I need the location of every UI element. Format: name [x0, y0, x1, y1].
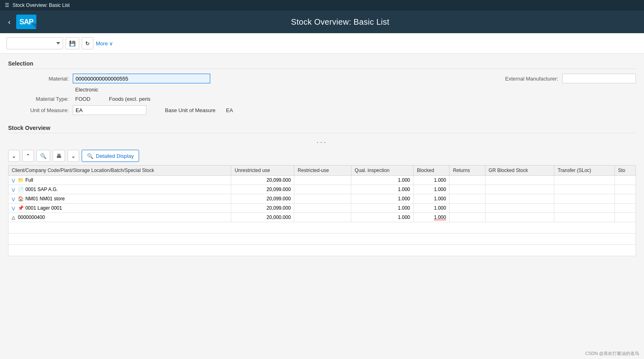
more-label: More [96, 40, 108, 47]
gr-blocked-cell [485, 213, 554, 222]
table-row-empty [8, 234, 636, 245]
blocked-cell: 1.000 [414, 176, 450, 185]
material-row: Material: External Manufacturer: [8, 74, 636, 83]
location-cell[interactable]: ⋁ 📄 0001 SAP A.G. [8, 185, 231, 194]
material-label: Material: [8, 76, 73, 82]
refresh-button[interactable]: ↻ [82, 37, 93, 49]
plant-icon: 🏠 [18, 196, 24, 202]
transfer-cell [554, 204, 614, 213]
refresh-icon: ↻ [85, 40, 90, 47]
col-header-returns: Returns [450, 166, 485, 176]
blocked-cell: 1.000 [414, 194, 450, 204]
restricted-cell [294, 176, 351, 185]
storage-cell [614, 204, 636, 213]
material-type-row: Material Type: FOOD Foods (excl. peris [8, 96, 636, 102]
gr-blocked-cell [485, 185, 554, 194]
batch-icon: △ [12, 215, 15, 220]
table-row: ⋁ 📁 Full 20,099.000 1.000 1.000 [8, 176, 636, 185]
col-header-blocked: Blocked [414, 166, 450, 176]
restricted-cell [294, 213, 351, 222]
title-bar-text: Stock Overview: Basic List [13, 2, 70, 8]
qual-cell: 1.000 [351, 185, 414, 194]
back-button[interactable]: ‹ [8, 18, 11, 26]
material-type-label: Material Type: [8, 96, 73, 102]
blocked-cell: 1.000 [414, 185, 450, 194]
external-manufacturer-label: External Manufacturer: [505, 76, 562, 82]
expand-all-button[interactable]: ⌃ [22, 150, 34, 162]
material-type-desc: Foods (excl. peris [107, 96, 151, 102]
print-dropdown-button[interactable]: ⌄ [68, 150, 79, 162]
row-label: Full [25, 177, 33, 183]
uom-row: Unit of Measure: Base Unit of Measure EA [8, 105, 636, 115]
stock-overview-section: Stock Overview ··· ⌄ ⌃ 🔍 🖶 ⌄ 🔍 Detailed … [8, 125, 636, 256]
more-button[interactable]: More ∨ [96, 40, 113, 47]
location-cell[interactable]: ⋁ 🏠 NM01 NM01 store [8, 194, 231, 204]
toolbar: 💾 ↻ More ∨ [0, 33, 644, 54]
location-cell[interactable]: △ 0000000400 [8, 213, 231, 222]
blocked-cell: 1.000 [414, 204, 450, 213]
transfer-cell [554, 194, 614, 204]
table-toolbar: ⌄ ⌃ 🔍 🖶 ⌄ 🔍 Detailed Display [8, 150, 636, 162]
material-sub-value: Electronic [73, 87, 98, 93]
storage-cell [614, 185, 636, 194]
dots-row: ··· [8, 138, 636, 147]
qual-cell: 1.000 [351, 204, 414, 213]
row-label: NM01 NM01 store [25, 196, 65, 202]
collapse-all-button[interactable]: ⌄ [8, 150, 20, 162]
hamburger-icon[interactable]: ☰ [5, 2, 9, 8]
blocked-cell: 1.000 [414, 213, 450, 222]
uom-input[interactable] [73, 105, 146, 115]
toolbar-select[interactable] [6, 37, 63, 49]
title-bar: ☰ Stock Overview: Basic List [0, 0, 644, 11]
transfer-cell [554, 176, 614, 185]
material-type-code: FOOD [73, 96, 91, 102]
col-header-location: Client/Company Code/Plant/Storage Locati… [8, 166, 231, 176]
unrestricted-cell: 20,099.000 [231, 204, 294, 213]
storage-cell [614, 194, 636, 204]
search-button[interactable]: 🔍 [36, 150, 50, 162]
returns-cell [450, 213, 485, 222]
qual-cell: 1.000 [351, 176, 414, 185]
table-row: △ 0000000400 20,000.000 1.000 1.000 [8, 213, 636, 222]
blocked-value-underlined: 1.000 [434, 215, 446, 220]
qual-cell: 1.000 [351, 194, 414, 204]
search-icon: 🔍 [40, 153, 46, 159]
col-header-unrestricted: Unrestricted use [231, 166, 294, 176]
save-button[interactable]: 💾 [65, 37, 79, 49]
returns-cell [450, 204, 485, 213]
sap-logo-triangle [32, 23, 36, 29]
unrestricted-cell: 20,099.000 [231, 194, 294, 204]
unrestricted-cell: 20,000.000 [231, 213, 294, 222]
expand-icon[interactable]: ⋁ [12, 187, 15, 192]
stock-overview-title: Stock Overview [8, 125, 636, 133]
row-label: 0001 Lager 0001 [25, 205, 62, 211]
gr-blocked-cell [485, 204, 554, 213]
location-cell[interactable]: ⋁ 📌 0001 Lager 0001 [8, 204, 231, 213]
table-row: ⋁ 📌 0001 Lager 0001 20,099.000 1.000 1.0… [8, 204, 636, 213]
returns-cell [450, 194, 485, 204]
material-input[interactable] [73, 74, 210, 83]
location-cell[interactable]: ⋁ 📁 Full [8, 176, 231, 185]
table-header-row: Client/Company Code/Plant/Storage Locati… [8, 166, 636, 176]
row-label: 0000000400 [18, 215, 45, 220]
collapse-all-icon: ⌄ [12, 153, 16, 159]
expand-icon[interactable]: ⋁ [12, 178, 15, 183]
print-button[interactable]: 🖶 [53, 150, 65, 162]
more-chevron-icon: ∨ [109, 40, 113, 47]
folder-icon: 📁 [18, 177, 24, 183]
qual-cell: 1.000 [351, 213, 414, 222]
expand-icon[interactable]: ⋁ [12, 197, 15, 201]
storage-cell [614, 176, 636, 185]
expand-icon[interactable]: ⋁ [12, 206, 15, 210]
stock-table: Client/Company Code/Plant/Storage Locati… [8, 165, 636, 256]
col-header-restricted: Restricted-use [294, 166, 351, 176]
material-sublabel-row: Electronic [8, 87, 636, 93]
main-content: Selection Material: External Manufacture… [0, 54, 644, 263]
restricted-cell [294, 204, 351, 213]
save-icon: 💾 [69, 40, 76, 47]
selection-section: Selection Material: External Manufacture… [8, 60, 636, 115]
gr-blocked-cell [485, 194, 554, 204]
detailed-display-button[interactable]: 🔍 Detailed Display [82, 150, 139, 162]
col-header-transfer: Transfer (SLoc) [554, 166, 614, 176]
external-manufacturer-input[interactable] [562, 74, 636, 83]
